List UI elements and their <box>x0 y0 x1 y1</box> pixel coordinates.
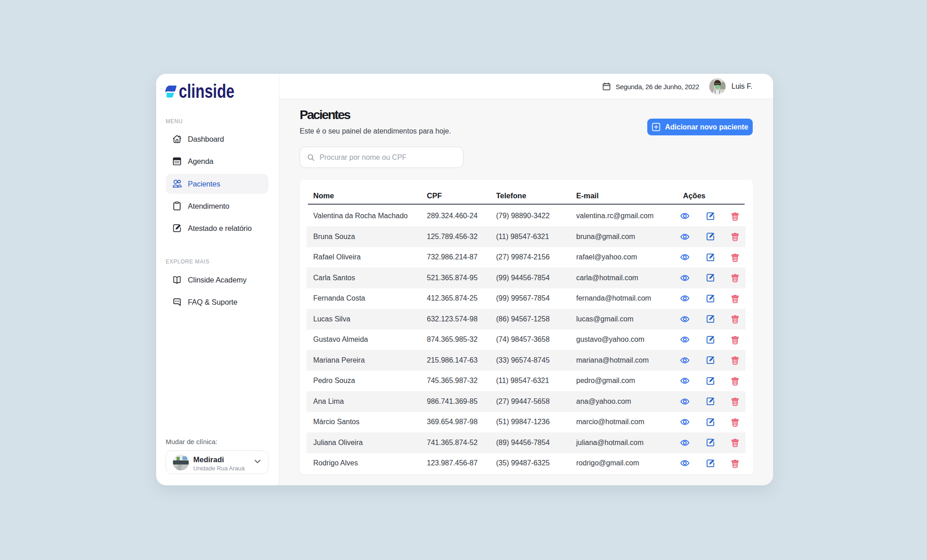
svg-text:clinside: clinside <box>179 83 234 100</box>
